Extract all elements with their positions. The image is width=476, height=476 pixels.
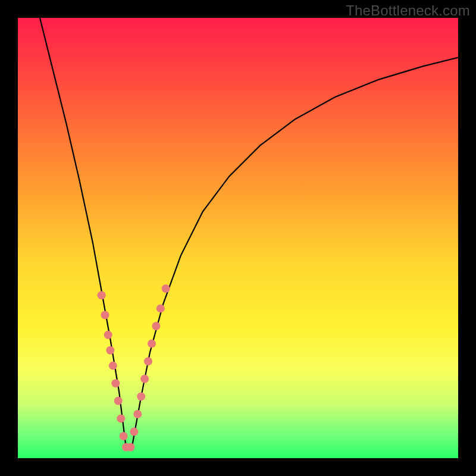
- sample-dot: [133, 410, 142, 418]
- sample-dot: [126, 443, 134, 452]
- sample-dot: [106, 346, 114, 355]
- sample-dot: [98, 291, 106, 299]
- chart-frame: TheBottleneck.com: [0, 0, 476, 476]
- chart-svg: [18, 18, 458, 458]
- bottleneck-curve: [40, 18, 458, 445]
- plot-area: [18, 18, 458, 458]
- sample-dot: [109, 362, 117, 370]
- sample-dot: [117, 414, 125, 422]
- sample-dot: [111, 379, 120, 387]
- sample-dots-group: [98, 284, 170, 451]
- sample-dot: [162, 284, 170, 293]
- watermark-text: TheBottleneck.com: [346, 2, 470, 19]
- sample-dot: [104, 331, 112, 339]
- sample-dot: [130, 428, 138, 436]
- sample-dot: [140, 375, 149, 383]
- sample-dot: [101, 311, 109, 320]
- sample-dot: [114, 397, 123, 405]
- sample-dot: [144, 357, 152, 365]
- sample-dot: [156, 304, 165, 312]
- sample-dot: [137, 392, 145, 400]
- sample-dot: [148, 340, 156, 348]
- sample-dot: [152, 322, 160, 330]
- sample-dot: [120, 432, 128, 440]
